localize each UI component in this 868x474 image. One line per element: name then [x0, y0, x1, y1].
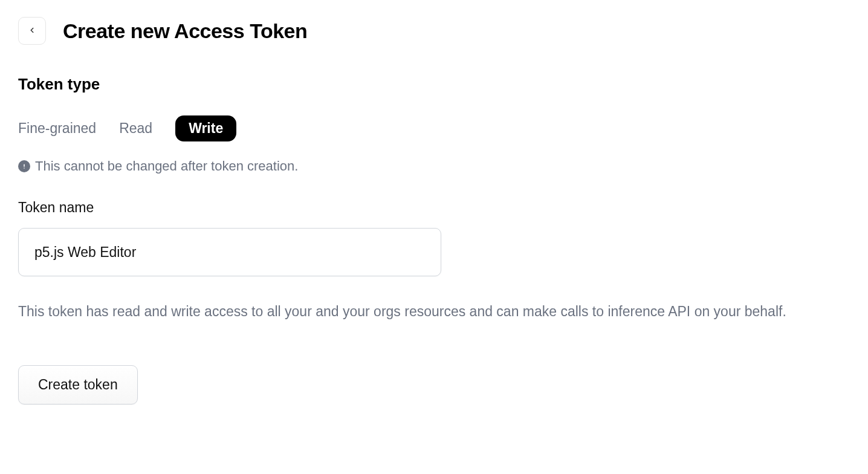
tab-fine-grained[interactable]: Fine-grained — [18, 115, 96, 141]
tab-write[interactable]: Write — [175, 115, 236, 141]
exclamation-icon — [18, 160, 30, 172]
page-title: Create new Access Token — [63, 19, 307, 43]
chevron-left-icon — [28, 26, 36, 36]
back-button[interactable] — [18, 17, 46, 45]
token-name-input[interactable] — [18, 228, 441, 276]
token-name-label: Token name — [18, 200, 850, 216]
token-type-section-title: Token type — [18, 75, 850, 94]
svg-point-1 — [24, 167, 25, 169]
token-type-hint-text: This cannot be changed after token creat… — [35, 158, 298, 174]
create-token-button[interactable]: Create token — [18, 365, 138, 404]
header-row: Create new Access Token — [18, 17, 850, 45]
svg-rect-0 — [24, 164, 25, 167]
token-type-hint: This cannot be changed after token creat… — [18, 158, 850, 174]
token-description: This token has read and write access to … — [18, 300, 850, 323]
token-type-tabs: Fine-grained Read Write — [18, 115, 850, 141]
tab-read[interactable]: Read — [119, 115, 152, 141]
